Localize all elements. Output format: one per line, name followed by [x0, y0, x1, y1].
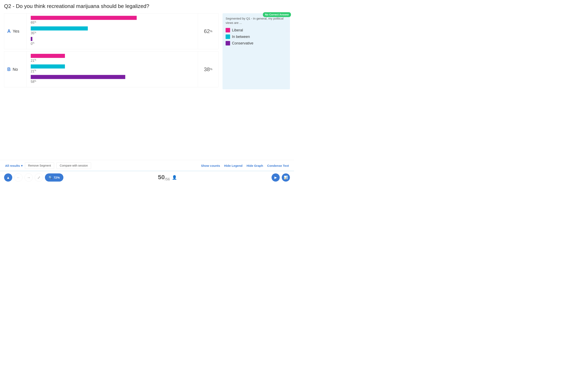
bar [31, 64, 65, 68]
answer-label-col: A Yes [4, 13, 27, 49]
legend-item-label: Conservative [232, 41, 253, 45]
bar-group: 58% [31, 75, 194, 84]
bar-wrapper [31, 64, 194, 69]
remove-segment-button[interactable]: Remove Segment [25, 162, 54, 169]
legend-color-swatch [226, 34, 230, 39]
show-counts-button[interactable]: Show counts [201, 164, 220, 167]
next-button[interactable]: → [25, 173, 33, 182]
bar-percentage: 21% [31, 59, 194, 63]
condense-text-button[interactable]: Condense Text [267, 164, 289, 167]
bar-group: 0% [31, 36, 194, 46]
legend-title: Segmented by Q1 - In general, my politic… [226, 16, 287, 25]
bar-wrapper [31, 75, 194, 80]
all-results-label: All results [5, 164, 20, 167]
nav-bar: ▲ ← → ⤢ 🔍 72% 50/56 👤 ▶ 📊 [0, 171, 294, 184]
hide-legend-button[interactable]: Hide Legend [224, 164, 242, 167]
chevron-down-icon: ▾ [21, 164, 23, 167]
answer-letter: A [7, 29, 11, 34]
bar-wrapper [31, 26, 194, 31]
all-results-button[interactable]: All results ▾ [5, 164, 22, 167]
bar [31, 54, 65, 58]
bar-wrapper [31, 53, 194, 58]
bar-percentage: 21% [31, 69, 194, 73]
legend-item: Liberal [226, 28, 287, 33]
bar-percentage: 0% [31, 42, 194, 46]
zoom-button[interactable]: 🔍 72% [45, 173, 63, 182]
legend-item: In between [226, 34, 287, 39]
toolbar-left: All results ▾ Remove Segment Compare wit… [5, 162, 91, 169]
compare-with-session-button[interactable]: Compare with session [57, 162, 91, 169]
response-count: 50/56 [158, 174, 170, 182]
hide-graph-button[interactable]: Hide Graph [247, 164, 263, 167]
bar [31, 75, 125, 79]
answer-row: B No 21% 21% 58% [4, 51, 218, 87]
bar-percentage: 35% [31, 31, 194, 35]
answer-letter: B [7, 67, 11, 72]
zoom-label: 72% [54, 176, 60, 179]
legend-color-swatch [226, 41, 230, 45]
answer-text: No [13, 67, 18, 72]
bars-col: 21% 21% 58% [27, 51, 198, 87]
legend-item-label: Liberal [232, 28, 243, 33]
toolbar-right: Show counts Hide Legend Hide Graph Conde… [201, 164, 289, 167]
bar-group: 21% [31, 64, 194, 73]
chart-section: A Yes 65% 35% 0% [4, 13, 218, 89]
bottom-toolbar: All results ▾ Remove Segment Compare wit… [0, 160, 294, 171]
total-percentage: 38% [198, 51, 218, 87]
legend-box: No Correct Answer Segmented by Q1 - In g… [223, 13, 290, 89]
zoom-icon: 🔍 [49, 176, 52, 179]
answer-row: A Yes 65% 35% 0% [4, 13, 218, 49]
legend-color-swatch [226, 28, 230, 33]
bar-group: 35% [31, 26, 194, 35]
bar-percentage: 58% [31, 80, 194, 84]
person-icon: 👤 [172, 175, 177, 180]
bar-wrapper [31, 16, 194, 20]
bar [31, 16, 137, 20]
answer-label-col: B No [4, 51, 27, 87]
answer-text: Yes [13, 29, 19, 34]
chart-button[interactable]: 📊 [282, 173, 290, 182]
no-correct-answer-badge: No Correct Answer [263, 12, 291, 17]
legend-item: Conservative [226, 41, 287, 45]
bar-group: 65% [31, 16, 194, 25]
total-percentage: 62% [198, 13, 218, 49]
bars-col: 65% 35% 0% [27, 13, 198, 49]
legend-item-label: In between [232, 35, 250, 39]
bar-wrapper [31, 36, 194, 42]
bar [31, 26, 88, 30]
center-info: 50/56 👤 [66, 174, 269, 182]
fullscreen-button[interactable]: ⤢ [35, 173, 43, 182]
play-button[interactable]: ▶ [272, 173, 280, 182]
prev-button[interactable]: ← [14, 173, 22, 182]
bar-group: 21% [31, 53, 194, 63]
bar-percentage: 65% [31, 21, 194, 25]
bar [31, 37, 33, 41]
question-title: Q2 - Do you think recreational marijuana… [4, 3, 290, 9]
scroll-up-button[interactable]: ▲ [4, 173, 12, 182]
